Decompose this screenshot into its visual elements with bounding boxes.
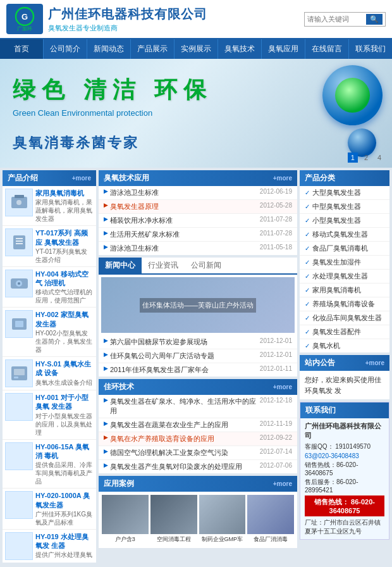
ozone-apply-icon-3: ▶	[104, 230, 108, 239]
product-item-3: HY-004 移动式空气 治理机 移动式空气治理机的应用，使用范围广	[3, 267, 96, 308]
cases-images-row: 户户含3 空间消毒工程 制药企业GMP车 食品厂消消毒	[99, 492, 297, 548]
news-img: 佳环集体活动——芙蓉山庄户外活动	[101, 277, 295, 333]
news-link-0[interactable]: 第六届中国糖尿节欢迎参展现场	[110, 337, 260, 347]
news-tab-2[interactable]: 公司新闻	[185, 258, 228, 273]
search-button[interactable]: 🔍	[366, 14, 383, 25]
cases-header: 应用案例 +more	[99, 476, 297, 492]
notice-text: 您好，欢迎来购买使用佳环臭氧发 发	[300, 371, 389, 399]
news-link-2[interactable]: 2011年佳环臭氧发生器厂家年会	[110, 365, 260, 375]
ozone-apply-more[interactable]: +more	[273, 175, 292, 182]
ozone-apply-link-4[interactable]: 游泳池卫生标准	[110, 244, 260, 253]
cat-link-9[interactable]: 化妆品车间臭氧发生器	[312, 313, 382, 323]
nav-item-cases[interactable]: 实例展示	[175, 39, 218, 59]
nav-item-news[interactable]: 新闻动态	[87, 39, 131, 59]
nav-item-ozone-apply[interactable]: 臭氧应用	[262, 39, 305, 59]
jia-huan-link-1[interactable]: 臭氧发生器在蔬菜在农业生产上的应用	[110, 420, 260, 430]
nav-item-contact[interactable]: 联系我们	[349, 39, 392, 59]
product-title-6: HY-001 对于小型臭氧 发生器	[35, 393, 94, 411]
ozone-apply-link-1[interactable]: 臭氧发生器原理	[110, 202, 260, 211]
left-column: 产品介绍 +more 家用臭氧消毒机 家用臭氧消毒机，果蔬解毒机，家用臭氧发生器	[3, 170, 96, 565]
ozone-apply-title: 臭氧技术应用	[104, 173, 149, 184]
cat-link-0[interactable]: 大型臭氧发生器	[312, 188, 361, 197]
jia-huan-link-4[interactable]: 臭氧发生器产生臭氧对印染废水的处理应用	[110, 462, 260, 471]
product-img-1	[5, 189, 33, 216]
product-item-8: HY-020-1000A 臭氧发生器 广州佳环系列1KG臭氧及产品标准	[3, 489, 96, 530]
nav-item-about[interactable]: 公司简介	[44, 39, 87, 59]
product-text-8: HY-020-1000A 臭氧发生器 广州佳环系列1KG臭氧及产品标准	[35, 491, 94, 526]
page-1[interactable]: 1	[348, 153, 358, 163]
search-input[interactable]	[307, 15, 364, 23]
news-tab-1[interactable]: 行业资讯	[142, 258, 185, 273]
cat-item-6[interactable]: ✓ 水处理臭氧发生器	[300, 270, 389, 284]
cat-item-8[interactable]: ✓ 养殖场臭氧消毒设备	[300, 297, 389, 311]
cat-check-7: ✓	[305, 287, 310, 294]
cat-link-10[interactable]: 臭氧发生器配件	[312, 327, 361, 337]
cat-link-4[interactable]: 食品厂臭氧消毒机	[312, 244, 368, 253]
nav-item-ozone-tech[interactable]: 臭氧技术	[218, 39, 262, 59]
ozone-apply-icon-1: ▶	[104, 202, 108, 211]
svg-rect-5	[15, 195, 24, 198]
product-img-2	[5, 228, 33, 256]
jia-huan-link-2[interactable]: 臭氧在水产养殖取选育设备的应用	[110, 434, 260, 444]
contact-header: 联系我们	[300, 402, 389, 418]
cat-link-1[interactable]: 中型臭氧发生器	[312, 202, 361, 211]
news-bullet-1: ▶	[104, 351, 108, 361]
cases-more[interactable]: +more	[273, 480, 292, 487]
contact-hotline-label: 销售热线：	[314, 498, 349, 506]
cat-item-3[interactable]: ✓ 移动式臭氧发生器	[300, 228, 389, 242]
ozone-apply-link-0[interactable]: 游泳池卫生标准	[110, 188, 260, 197]
product-text-5: HY-S.01 臭氧水生成 设备 臭氧水生成设备介绍	[35, 359, 94, 387]
jia-huan-date-2: 2012-09-22	[260, 434, 292, 444]
product-item-7: HY-006-15A 臭氧消 毒机 提供食品采用、冷库车间臭氧消毒机及产品	[3, 440, 96, 489]
jia-huan-link-3[interactable]: 德国空气治理机解决工业复杂空气污染	[110, 448, 260, 458]
product-text-7: HY-006-15A 臭氧消 毒机 提供食品采用、冷库车间臭氧消毒机及产品	[35, 442, 94, 486]
contact-company: 广州佳环电器科技有限公司	[305, 421, 384, 440]
news-bullet-2: ▶	[104, 365, 108, 375]
contact-hotline-box: 销售热线： 86-020-36408675	[305, 495, 384, 516]
cat-link-3[interactable]: 移动式臭氧发生器	[312, 230, 368, 239]
header: G 广加环 广州佳环电器科技有限公司 臭氧发生器专业制造商 🔍	[0, 0, 392, 39]
cat-item-2[interactable]: ✓ 小型臭氧发生器	[300, 214, 389, 228]
contact-qq-val: 1910149570	[335, 443, 371, 450]
nav-item-message[interactable]: 在线留言	[305, 39, 349, 59]
contact-address: 厂址：广州市白云区石井镇夏茅十五工业区九号	[305, 518, 384, 536]
jia-huan-link-0[interactable]: 臭氧发生器在矿泉水、纯净水、生活用水中的应用	[110, 397, 260, 416]
cat-link-6[interactable]: 水处理臭氧发生器	[312, 271, 368, 281]
cat-item-7[interactable]: ✓ 家用臭氧消毒机	[300, 284, 389, 297]
cat-link-7[interactable]: 家用臭氧消毒机	[312, 285, 361, 295]
contact-qq-label: 客服QQ：	[305, 443, 334, 450]
notice-title: 站内公告	[305, 358, 335, 368]
page-2[interactable]: 2	[361, 153, 371, 163]
cat-item-1[interactable]: ✓ 中型臭氧发生器	[300, 200, 389, 214]
cat-link-11[interactable]: 臭氧水机	[312, 341, 340, 351]
cat-item-9[interactable]: ✓ 化妆品车间臭氧发生器	[300, 311, 389, 325]
cat-link-5[interactable]: 臭氧发生加湿件	[312, 258, 361, 267]
contact-section: 联系我们 广州佳环电器科技有限公司 客服QQ： 1910149570 63@02…	[300, 402, 389, 540]
ozone-apply-link-2[interactable]: 桶装饮用水净水标准	[110, 216, 260, 225]
company-name: 广州佳环电器科技有限公司	[48, 6, 304, 23]
cat-item-11[interactable]: ✓ 臭氧水机	[300, 339, 389, 352]
jia-huan-tech-more[interactable]: +more	[273, 383, 292, 390]
cat-link-2[interactable]: 小型臭氧发生器	[312, 216, 361, 225]
svg-point-6	[16, 200, 21, 205]
ozone-apply-item-4: ▶ 游泳池卫生标准 2011-05-18	[99, 242, 297, 255]
cat-item-0[interactable]: ✓ 大型臭氧发生器	[300, 186, 389, 200]
page-4[interactable]: 4	[374, 153, 384, 163]
news-tabs-row: 新闻中心 行业资讯 公司新闻	[99, 258, 297, 275]
banner-decoration	[322, 65, 383, 157]
jia-huan-bullet-4: ▶	[104, 462, 108, 471]
cat-item-4[interactable]: ✓ 食品厂臭氧消毒机	[300, 242, 389, 256]
nav-item-home[interactable]: 首页	[0, 39, 44, 59]
news-tab-0[interactable]: 新闻中心	[99, 258, 142, 273]
product-img-8	[5, 491, 33, 519]
notice-more[interactable]: +more	[365, 359, 384, 366]
ozone-apply-link-3[interactable]: 生活用天然矿泉水标准	[110, 230, 260, 239]
news-link-1[interactable]: 佳环臭氧公司六周年厂庆活动专题	[110, 351, 260, 361]
cat-link-8[interactable]: 养殖场臭氧消毒设备	[312, 299, 375, 309]
cat-item-5[interactable]: ✓ 臭氧发生加湿件	[300, 256, 389, 270]
jia-huan-date-4: 2012-07-06	[260, 462, 292, 471]
cat-item-10[interactable]: ✓ 臭氧发生器配件	[300, 325, 389, 339]
nav-item-products[interactable]: 产品展示	[131, 39, 175, 59]
product-intro-more[interactable]: +more	[72, 175, 91, 182]
product-img-9	[5, 532, 33, 560]
